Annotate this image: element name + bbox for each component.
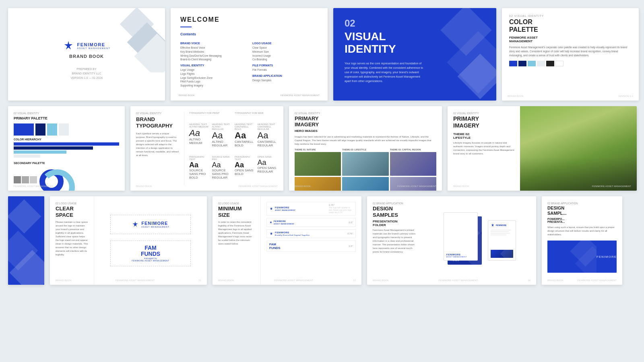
bt-title: BRANDTYPOGRAPHY [136,116,179,129]
ms-size-label-2: 0.5" [349,221,353,224]
pp-donut-chart [39,169,64,191]
ds-footer: BRAND BOOK FENIMORE ASSET MANAGEMENT 36 [367,279,536,282]
card-primary-palette: 02 VISUAL IDENTITY PRIMARY PALETTE COLOR… [8,106,125,191]
card-welcome: WELCOME Contents BRAND VOICE Effective B… [171,8,328,101]
cp-body: Fenimore Asset Management's corporate co… [509,45,632,57]
cp-swatches [509,61,632,66]
vi-inner: 02 VISUALIDENTITY Your logo serves as th… [333,8,496,101]
bt-footer: BRAND BOOK FENIMORE ASSET MANAGEMENT [130,185,283,187]
pp-bar-1 [14,142,119,146]
pi-img-nature-1 [295,152,341,176]
cs-fam-box: FAMFUNDS managed byFENIMORE ASSET MANAGE… [110,241,191,267]
pi-footer: BRAND BOOK FENIMORE ASSET MANAGEMENT [289,185,442,187]
ds2-title: DESIGNSAMPL... [547,206,617,216]
ms-size-label-4: 0.5" [349,245,353,247]
welcome-section-visual: VISUAL IDENTITY [180,64,246,67]
pp-secondary-title: SECONDARY PALETTE [14,162,119,165]
ds-letterhead-name: FENIMORE [496,224,506,226]
cs-fenimore-box: FENIMORE ASSET MANAGEMENT [110,215,191,234]
ms-logo-row-1: FENIMOREASSET MANAGEMENT 0.75" The logo … [266,202,356,216]
ds2-subtitle: POWERPO...PRESENTA... [547,218,617,223]
ms-logo-row-4: FAMFUNDS 0.5" [266,241,356,252]
pi2-hero-image [520,106,637,191]
card-primary-imagery-2: 02 VISUAL IDENTITY PRIMARYIMAGERY THEME … [448,106,637,191]
swatch-blue [509,61,517,66]
ds2-inner: 02 BRAND APPLICATION DESIGNSAMPL... POWE… [542,196,622,285]
pp-section: 02 VISUAL IDENTITY [14,112,119,115]
bt-font-cantarell-bold: HEADING TEXTCANTARELL BOLD Aa CANTARELL … [235,123,255,153]
pi2-left: 02 VISUAL IDENTITY PRIMARYIMAGERY THEME … [448,106,520,191]
row-2: 02 VISUAL IDENTITY PRIMARY PALETTE COLOR… [8,106,636,191]
ms-logo-name-2: FENIMOREASSET MANAGEMENT [274,220,295,225]
bt-right: TYPOGRAPHY FOR PRINT TYPOGRAPHY FOR WEB … [184,112,278,185]
ms-fenimore-sm-2: FENIMOREASSET MANAGEMENT [269,220,295,225]
brand-book-meta: PREPARED BY BRAND IDENTITY LLC VERSION 1… [70,67,102,80]
bt-body: Each typeface serves a unique purpose. B… [136,132,179,157]
welcome-section-brand-voice: BRAND VOICE [180,42,246,45]
ds-subtitle: PRESENTATIONFOLDER [373,220,418,227]
card-visual-identity: 02 VISUALIDENTITY Your logo serves as th… [333,8,496,101]
bt-font-source-bold: PARAGRAPH TEXT Aa SOURCE SANS PRO BOLD [189,156,210,185]
ds-letterhead-header: FENIMORE [491,223,513,227]
ds-right: FAMFUNDS FENIMORE ASSET MANAGEMENT FENIM… [423,196,536,285]
swatch-black [546,61,554,66]
bt-col-print-label: TYPOGRAPHY FOR PRINT [189,112,232,120]
vi-body: Your logo serves as the core representat… [345,61,425,84]
pp-swatch-light [47,123,57,136]
pi2-section: 02 VISUAL IDENTITY [453,112,514,115]
welcome-col-2: LOGO USAGE Clear SpaceMinimum SizeIncorr… [252,39,318,88]
cs-fenimore-star-icon [132,221,139,228]
ds-line-4 [491,234,506,235]
pi-theme-headers: THEME 01: NATURE THEME 02: LIFESTYLE THE… [295,148,436,151]
pp-bar-3 [14,150,66,154]
ds-folder-front-sub: ASSET MANAGEMENT [446,256,475,258]
pp-bar-4 [14,154,40,158]
pp-swatch-dark [35,123,45,136]
ds2-footer: BRAND BOOK FENIMORE ASSET MANAGEMENT [542,279,622,282]
swatch-white [555,61,564,66]
pi-title: PRIMARYIMAGERY [295,115,436,128]
pp-swatch-primary [14,123,34,136]
welcome-section-file: FILE FORMATS [252,64,318,67]
bt-section: 02 VISUAL IDENTITY [136,112,179,115]
svg-rect-18 [500,250,513,258]
ms-fam-funds-sm: FAMFUNDS [269,243,281,250]
ms-right: FENIMOREASSET MANAGEMENT 0.75" The logo … [261,196,361,285]
bt-font-source-reg: SOURCE SANS PRO Aa SOURCE SANS PRO REGUL… [212,156,233,185]
welcome-columns: BRAND VOICE Effective Brand VoiceKey Bra… [180,39,318,88]
ds-line-3 [491,233,510,234]
card-brand-book: FENIMORE ASSET MANAGEMENT BRAND BOOK PRE… [8,8,165,101]
cs-body: Please maintain a clear space around the… [56,220,88,257]
ms-size-label-1: 0.75" The logo with quarter-in trim, Nev… [329,204,353,214]
bt-font-altino-reg: HEADING TEXTALTINO REGULAR Aa ALTINO REG… [212,123,233,153]
cs-blue-inner [8,196,44,285]
cs-inner: 02 LOGO USAGE CLEARSPACE Please maintain… [50,196,207,285]
vi-shapes-icon [416,8,496,101]
pp-footer: FENIMORE ASSET MANAGEMENT [8,185,125,187]
brand-book-title: BRAND BOOK [69,54,104,59]
pp-swatch-gray4 [30,176,37,183]
pp-h-title: COLOR HIERARCHY [14,138,119,141]
card-clear-space: 02 LOGO USAGE CLEARSPACE Please maintain… [50,196,207,285]
bt-font-cantarell-reg: HEADING TEXTCANTARELL REGULAR Aa CANTARE… [258,123,278,153]
card-minimum-size: 02 LOGO USAGE MINIMUMSIZE In order to re… [213,196,361,285]
welcome-divider [180,27,192,27]
welcome-contents-title: Contents [180,32,318,36]
svg-marker-11 [133,221,138,227]
pi-body: Images has been selected for use in adve… [295,135,436,146]
cp-title: COLORPALETTE [509,18,632,33]
card-color-palette: 02 VISUAL IDENTITY COLORPALETTE FENIMORE… [502,8,639,101]
ds-folder-stack: FAMFUNDS FENIMORE ASSET MANAGEMENT [444,212,484,269]
pp-title: PRIMARY PALETTE [14,116,119,120]
card-design-samples-2: 02 BRAND APPLICATION DESIGNSAMPL... POWE… [542,196,622,285]
svg-marker-13 [270,221,272,224]
ms-logo-row-2: FENIMOREASSET MANAGEMENT 0.5" [266,218,356,227]
pi-img-capital-2 [390,177,436,191]
ds-letterhead-footer-shapes-icon [491,250,513,258]
bg-shapes-icon [101,8,165,72]
ds-line-1 [491,230,511,230]
bt-font-altino-med: HEADING TEXTALTINO MEDIUM Aa ALTINO MEDI… [189,123,210,153]
ms-body: In order to retain the consistent legibi… [218,220,255,246]
ds2-ppt-label: FENIMORE [597,255,617,259]
pi2-inner: 02 VISUAL IDENTITY PRIMARYIMAGERY THEME … [448,106,637,191]
